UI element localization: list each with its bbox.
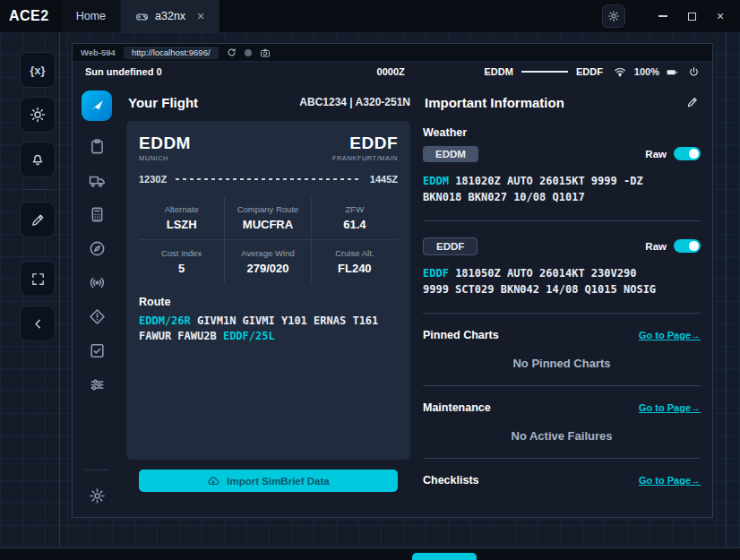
cutoff-button-fragment[interactable] xyxy=(412,553,477,560)
window-controls: × xyxy=(602,0,740,32)
fbw-logo-icon xyxy=(88,97,106,115)
raw-toggle-eddm[interactable] xyxy=(674,147,701,160)
field-zfw: ZFW 61.4 xyxy=(312,196,398,240)
bottom-strip xyxy=(0,548,740,560)
efb-nav-rail xyxy=(73,82,121,517)
divider xyxy=(423,220,701,221)
battery-percent: 100% xyxy=(634,66,659,77)
performance-calculator-icon[interactable] xyxy=(89,206,106,223)
presets-sliders-icon[interactable] xyxy=(89,376,106,393)
atc-antenna-icon[interactable] xyxy=(89,274,106,291)
tab-home[interactable]: Home xyxy=(62,0,121,32)
import-simbrief-label: Import SimBrief Data xyxy=(227,476,329,487)
pinned-charts-row: Pinned Charts Go to Page→ xyxy=(423,329,701,341)
brightness-button[interactable] xyxy=(20,97,56,133)
maintenance-row: Maintenance Go to Page→ xyxy=(423,401,701,414)
checklists-icon[interactable] xyxy=(89,342,106,359)
logo-suffix: 2 xyxy=(40,8,48,24)
tab-a32nx-label: a32nx xyxy=(155,10,185,22)
gear-icon xyxy=(607,10,620,22)
nav-dashboard-button[interactable] xyxy=(82,90,112,121)
settings-gear-button[interactable] xyxy=(602,4,625,28)
field-cruise-alt: Cruise Alt. FL240 xyxy=(312,240,398,283)
checklists-row: Checklists Go to Page→ xyxy=(423,474,701,487)
divider xyxy=(423,385,701,386)
checklists-title: Checklists xyxy=(423,474,479,487)
tab-home-label: Home xyxy=(76,10,106,22)
power-icon[interactable] xyxy=(688,66,700,78)
reload-icon[interactable] xyxy=(227,47,237,57)
your-flight-title: Your Flight xyxy=(128,95,198,110)
field-average-wind: Average Wind 279/020 xyxy=(225,240,311,283)
dispatch-clipboard-icon[interactable] xyxy=(89,138,106,155)
close-icon: × xyxy=(717,9,724,23)
edit-pencil-icon[interactable] xyxy=(686,96,699,108)
tab-close-icon[interactable]: × xyxy=(197,10,204,22)
weather-section-label: Weather xyxy=(423,126,701,139)
arrival-city: FRANKFURT/MAIN xyxy=(332,154,398,162)
raw-toggle-group: Raw xyxy=(645,239,701,253)
chevron-left-icon xyxy=(30,316,46,332)
statusbar-time: 0000Z xyxy=(377,66,405,77)
ground-truck-icon[interactable] xyxy=(89,172,106,189)
session-label: Web-594 xyxy=(81,47,116,57)
statusbar-flight-route: EDDM EDDF xyxy=(485,66,603,77)
route-departure-runway: EDDM/26R xyxy=(139,314,191,327)
failures-diamond-icon[interactable] xyxy=(89,308,106,325)
bell-icon xyxy=(30,151,46,168)
logo-text: ACE xyxy=(9,8,40,24)
divider xyxy=(423,313,701,314)
departure-airport: EDDM MUNICH xyxy=(139,134,191,162)
dock-guide-right xyxy=(726,32,727,548)
maintenance-link[interactable]: Go to Page→ xyxy=(639,402,701,413)
checklists-link[interactable]: Go to Page→ xyxy=(639,475,701,486)
url-field[interactable]: http://localhost:9696/ xyxy=(124,47,219,59)
raw-label: Raw xyxy=(645,149,667,159)
battery-icon xyxy=(664,66,680,78)
important-information-title: Important Information xyxy=(425,95,564,110)
flight-callsign: ABC1234 | A320-251N xyxy=(299,96,410,108)
weather-station-row-eddf: EDDF Raw xyxy=(423,237,701,255)
important-information-panel: Important Information Weather EDDM Raw E… xyxy=(412,82,712,517)
navigation-compass-icon[interactable] xyxy=(89,240,106,257)
battery-status: 100% xyxy=(634,66,680,78)
station-tag-eddm[interactable]: EDDM xyxy=(423,146,478,162)
fullscreen-button[interactable] xyxy=(20,261,56,297)
station-tag-eddf[interactable]: EDDF xyxy=(423,237,478,255)
statusbar-to: EDDF xyxy=(576,66,603,77)
raw-toggle-eddf[interactable] xyxy=(674,239,701,253)
weather-station-row-eddm: EDDM Raw xyxy=(423,144,701,163)
app-window: ACE2 Home a32nx × × {x} xyxy=(0,0,740,560)
your-flight-panel: Your Flight ABC1234 | A320-251N EDDM MUN… xyxy=(121,82,412,517)
collapse-sidebar-button[interactable] xyxy=(20,306,56,341)
notifications-button[interactable] xyxy=(20,142,56,177)
flight-times: 1230Z 1445Z xyxy=(139,174,398,185)
efb-main: Your Flight ABC1234 | A320-251N EDDM MUN… xyxy=(73,82,712,517)
variables-button[interactable]: {x} xyxy=(20,52,56,88)
tool-dock: {x} xyxy=(20,52,56,341)
titlebar: ACE2 Home a32nx × × xyxy=(0,0,740,32)
maintenance-title: Maintenance xyxy=(423,401,491,414)
field-cost-index: Cost Index 5 xyxy=(139,240,225,283)
status-dot xyxy=(245,49,252,56)
gamepad-icon xyxy=(135,10,149,23)
metar-eddf: EDDF 181050Z AUTO 26014KT 230V290 9999 S… xyxy=(423,265,663,297)
efb-settings-gear-icon[interactable] xyxy=(89,487,106,504)
maximize-button[interactable] xyxy=(677,4,706,29)
close-button[interactable]: × xyxy=(706,4,735,29)
pinned-charts-link[interactable]: Go to Page→ xyxy=(639,330,701,340)
edit-button[interactable] xyxy=(20,202,56,237)
import-simbrief-button[interactable]: Import SimBrief Data xyxy=(139,470,398,492)
flight-progress-line xyxy=(176,178,361,180)
departure-city: MUNICH xyxy=(139,154,191,162)
camera-icon[interactable] xyxy=(260,47,271,58)
dock-divider xyxy=(26,189,49,190)
departure-time: 1230Z xyxy=(139,174,167,185)
braces-x-icon: {x} xyxy=(30,64,45,77)
raw-toggle-group: Raw xyxy=(645,147,701,160)
flight-details-grid: Alternate LSZH Company Route MUCFRA ZFW … xyxy=(139,196,398,283)
route-label: Route xyxy=(139,296,398,308)
toggle-knob xyxy=(689,241,699,251)
tab-a32nx[interactable]: a32nx × xyxy=(121,0,219,32)
minimize-button[interactable] xyxy=(649,4,677,29)
